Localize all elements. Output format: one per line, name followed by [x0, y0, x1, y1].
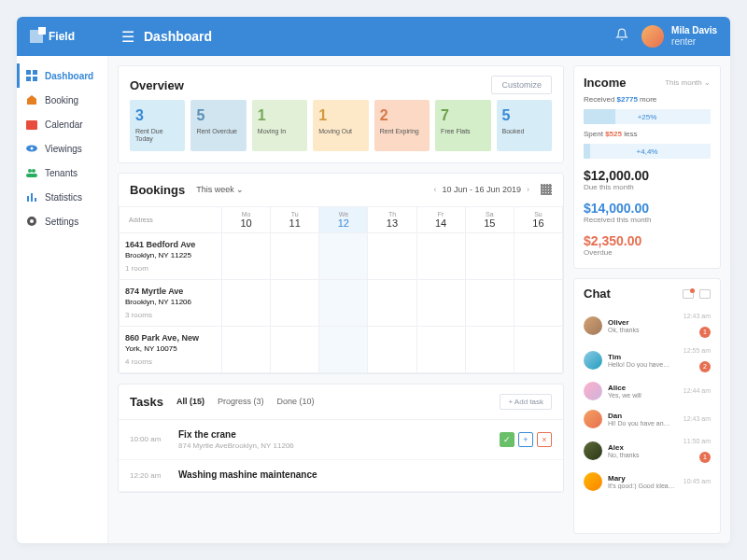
tab-all[interactable]: All (15)	[176, 397, 204, 406]
received-progress: +25%	[584, 109, 711, 124]
sidebar-item-viewings[interactable]: Viewings	[17, 136, 107, 161]
income-amount-label: Received this month	[574, 216, 720, 228]
bell-icon[interactable]	[615, 28, 628, 45]
chat-item[interactable]: AliceYes, we will12:44 am	[574, 377, 720, 405]
address-cell[interactable]: 874 Myrtle AveBrooklyn, NY 112063 rooms	[120, 279, 222, 326]
stat-tile[interactable]: 2Rent Expiring	[374, 100, 430, 151]
chat-item[interactable]: AlexNo, thanks11:50 am1	[574, 433, 720, 468]
address-cell[interactable]: 1641 Bedford AveBrooklyn, NY 112251 room	[120, 232, 222, 279]
task-row[interactable]: 10:00 amFix the crane874 Myrtle AveBrook…	[119, 420, 563, 460]
svg-rect-1	[33, 70, 37, 75]
day-header[interactable]: Fr14	[416, 206, 465, 232]
logo-text: Field	[49, 30, 75, 43]
tasks-title: Tasks	[130, 395, 163, 409]
user-role: renter	[671, 36, 717, 48]
add-task-button[interactable]: + Add task	[500, 394, 552, 410]
customize-button[interactable]: Customize	[491, 76, 552, 94]
sidebar-item-dashboard[interactable]: Dashboard	[17, 63, 107, 88]
date-range: 10 Jun - 16 Jun 2019	[442, 185, 521, 194]
prev-week-button[interactable]: ‹	[433, 185, 436, 194]
sidebar-item-calendar[interactable]: Calendar	[17, 112, 107, 136]
booking-cell[interactable]	[416, 232, 465, 279]
booking-cell[interactable]	[514, 232, 562, 279]
logo-icon	[30, 30, 43, 43]
booking-cell[interactable]	[222, 279, 271, 326]
booking-cell[interactable]	[368, 232, 416, 279]
chat-badge: 1	[699, 452, 711, 463]
day-header[interactable]: Th13	[368, 206, 416, 232]
task-delete-button[interactable]: ×	[537, 432, 552, 447]
next-week-button[interactable]: ›	[527, 185, 529, 194]
home-icon	[26, 94, 37, 105]
income-amount: $14,000.00	[574, 195, 720, 216]
booking-cell[interactable]	[465, 279, 514, 326]
week-selector[interactable]: This week ⌄	[196, 185, 244, 194]
svg-point-6	[31, 147, 34, 150]
booking-cell[interactable]	[319, 326, 368, 372]
task-row[interactable]: 12:20 amWashing mashine maintenance	[119, 460, 563, 492]
task-done-button[interactable]: ✓	[500, 432, 514, 447]
chat-avatar	[584, 441, 602, 460]
booking-cell[interactable]	[271, 279, 319, 326]
stat-tile[interactable]: 3Rent Due Today	[130, 100, 185, 151]
svg-rect-12	[35, 198, 36, 202]
income-title: Income	[584, 76, 627, 90]
qr-icon[interactable]	[541, 184, 552, 195]
tab-done[interactable]: Done (10)	[276, 397, 314, 406]
sidebar: Dashboard Booking Calendar Viewings Tena…	[17, 56, 108, 543]
booking-cell[interactable]	[222, 232, 271, 279]
user-menu[interactable]: Mila Davis renter	[641, 25, 717, 48]
chat-item[interactable]: MaryIt's good:) Good idea…10:45 am	[574, 468, 720, 496]
sidebar-item-booking[interactable]: Booking	[17, 88, 107, 112]
chat-avatar	[584, 316, 602, 335]
grid-icon	[26, 70, 37, 81]
stat-tile[interactable]: 7Free Flats	[435, 100, 490, 151]
booking-cell[interactable]	[465, 326, 514, 372]
sidebar-item-statistics[interactable]: Statistics	[17, 185, 107, 209]
svg-rect-2	[26, 77, 31, 81]
day-header[interactable]: Mo10	[222, 206, 271, 232]
stat-tile[interactable]: 5Booked	[497, 100, 552, 151]
window-icon[interactable]	[699, 289, 711, 299]
chat-item[interactable]: OliverOk, thanks12:43 am1	[574, 308, 720, 343]
tab-progress[interactable]: Progress (3)	[218, 397, 264, 406]
day-header[interactable]: Su16	[514, 206, 562, 232]
sidebar-item-settings[interactable]: Settings	[17, 209, 107, 233]
booking-cell[interactable]	[368, 279, 416, 326]
booking-cell[interactable]	[514, 326, 562, 372]
svg-rect-4	[26, 120, 37, 130]
address-header: Address	[120, 206, 222, 232]
mail-icon[interactable]	[683, 289, 694, 299]
booking-cell[interactable]	[319, 232, 368, 279]
day-header[interactable]: We12	[319, 206, 368, 232]
booking-cell[interactable]	[416, 326, 465, 372]
svg-rect-0	[26, 70, 31, 75]
booking-cell[interactable]	[368, 326, 416, 372]
booking-cell[interactable]	[271, 232, 319, 279]
menu-icon[interactable]: ☰	[121, 28, 134, 46]
sidebar-item-tenants[interactable]: Tenants	[17, 161, 107, 185]
booking-cell[interactable]	[222, 326, 271, 372]
booking-cell[interactable]	[514, 279, 562, 326]
eye-icon	[26, 143, 37, 154]
day-header[interactable]: Sa15	[465, 206, 514, 232]
bars-icon	[26, 191, 37, 203]
booking-cell[interactable]	[465, 232, 514, 279]
chat-item[interactable]: TimHello! Do you have…12:55 am2	[574, 343, 720, 377]
chat-avatar	[584, 410, 602, 428]
chat-avatar	[584, 382, 602, 400]
logo[interactable]: Field	[30, 30, 121, 43]
stat-tile[interactable]: 5Rent Overdue	[190, 100, 246, 151]
chat-badge: 2	[699, 361, 711, 372]
day-header[interactable]: Tu11	[271, 206, 319, 232]
address-cell[interactable]: 860 Park Ave, NewYork, NY 100754 rooms	[120, 326, 222, 372]
booking-cell[interactable]	[416, 279, 465, 326]
chat-item[interactable]: DanHi! Do you have an…12:43 am	[574, 405, 720, 433]
stat-tile[interactable]: 1Moving In	[252, 100, 307, 151]
booking-cell[interactable]	[319, 279, 368, 326]
stat-tile[interactable]: 1Moving Out	[313, 100, 368, 151]
booking-cell[interactable]	[271, 326, 319, 372]
task-add-button[interactable]: +	[518, 432, 533, 447]
bookings-title: Bookings	[130, 183, 185, 197]
income-period-selector[interactable]: This month ⌄	[665, 78, 711, 87]
